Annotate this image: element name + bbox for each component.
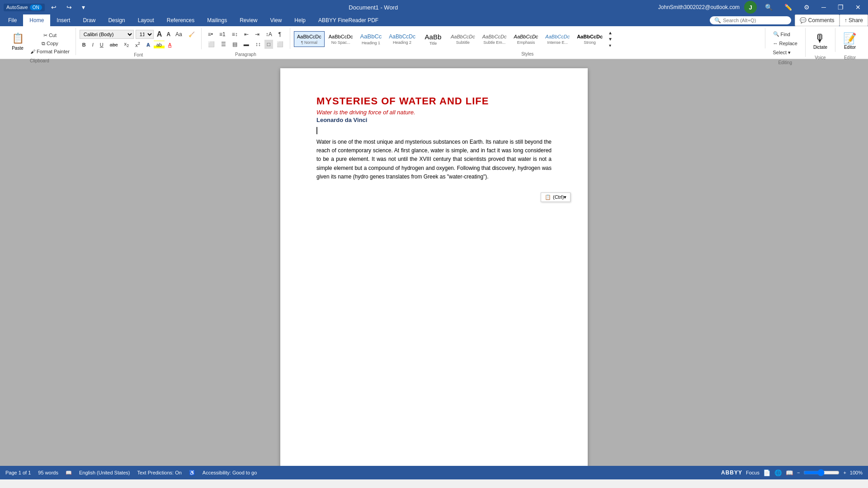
- paste-popup[interactable]: 📋 (Ctrl)▾: [541, 192, 571, 202]
- italic-button[interactable]: I: [90, 41, 96, 49]
- autosave-state: ON: [30, 5, 42, 10]
- read-view-button[interactable]: 📖: [786, 469, 793, 476]
- highlight-button[interactable]: ab: [154, 41, 165, 49]
- shading-button[interactable]: □: [264, 40, 273, 49]
- customize-qat-button[interactable]: ▾: [78, 3, 89, 12]
- undo-button[interactable]: ↩: [47, 3, 60, 12]
- sort-button[interactable]: ↕A: [263, 30, 275, 39]
- underline-button[interactable]: U: [97, 41, 106, 49]
- search-input[interactable]: [723, 18, 786, 23]
- bold-button[interactable]: B: [80, 41, 89, 49]
- align-left-button[interactable]: ⬜: [205, 40, 217, 49]
- focus-button[interactable]: Focus: [746, 470, 760, 475]
- style-nospace-label: No Spac...: [331, 40, 350, 45]
- editor-button[interactable]: 📝 Editor: [839, 30, 861, 52]
- web-layout-button[interactable]: 🌐: [774, 469, 782, 476]
- font-grow-button[interactable]: A: [156, 30, 164, 39]
- tab-draw[interactable]: Draw: [76, 14, 102, 26]
- font-controls: Calibri (Body) 11 A A Aa 🧹 B I U abc x2: [80, 30, 198, 49]
- cut-button[interactable]: ✂ Cut: [28, 32, 72, 39]
- justify-button[interactable]: ▬: [241, 40, 252, 49]
- text-cursor: [316, 127, 317, 134]
- numbering-button[interactable]: ≡1: [217, 30, 228, 39]
- styles-group-label: Styles: [290, 52, 765, 56]
- language: English (United States): [79, 470, 130, 476]
- style-emphasis-label: Emphasis: [517, 40, 535, 45]
- style-subtle-em[interactable]: AaBbCcDc Subtle Em...: [479, 31, 510, 47]
- style-heading2[interactable]: AaBbCcDc Heading 2: [386, 31, 419, 47]
- tab-review[interactable]: Review: [233, 14, 264, 26]
- document-page[interactable]: MYSTERIES OF WATER AND LIFE Water is the…: [280, 68, 588, 466]
- document-body[interactable]: Water is one of the most unique and myst…: [316, 138, 552, 181]
- autosave-toggle[interactable]: AutoSave ON: [4, 4, 45, 11]
- word-count: 95 words: [38, 470, 58, 476]
- user-avatar[interactable]: J: [744, 1, 757, 14]
- multilevel-button[interactable]: ≡↕: [229, 30, 241, 39]
- close-button[interactable]: ✕: [852, 3, 864, 12]
- style-normal[interactable]: AaBbCcDc ¶ Normal: [294, 31, 325, 47]
- strikethrough-button[interactable]: abc: [107, 41, 121, 49]
- style-emphasis[interactable]: AaBbCcDc Emphasis: [511, 31, 542, 47]
- find-button[interactable]: 🔍 Find: [769, 30, 802, 38]
- tab-home[interactable]: Home: [23, 14, 50, 26]
- tab-help[interactable]: Help: [288, 14, 312, 26]
- style-intense-em[interactable]: AaBbCcDc Intense E...: [542, 31, 573, 47]
- format-painter-button[interactable]: 🖌 Format Painter: [28, 48, 72, 55]
- decrease-indent-button[interactable]: ⇤: [241, 30, 251, 39]
- tab-design[interactable]: Design: [102, 14, 131, 26]
- zoom-level: 100%: [850, 470, 863, 475]
- increase-indent-button[interactable]: ⇥: [252, 30, 262, 39]
- tab-insert[interactable]: Insert: [50, 14, 76, 26]
- change-case-button[interactable]: Aa: [174, 30, 184, 38]
- tab-abbyy[interactable]: ABBYY FineReader PDF: [312, 14, 385, 26]
- style-title[interactable]: AaBb Title: [420, 30, 447, 48]
- tab-view[interactable]: View: [264, 14, 288, 26]
- font-color-button[interactable]: A: [165, 41, 174, 49]
- font-size-select[interactable]: 11: [136, 30, 154, 39]
- comments-button[interactable]: 💬 Comments: [795, 14, 839, 26]
- style-strong[interactable]: AaBbCcDc Strong: [574, 31, 606, 47]
- replace-button[interactable]: ↔ Replace: [769, 39, 802, 47]
- styles-scroll-down[interactable]: ▼: [608, 36, 613, 42]
- print-layout-button[interactable]: 📄: [763, 469, 771, 476]
- style-heading1[interactable]: AaBbCc Heading 1: [357, 31, 385, 47]
- font-group-label: Font: [76, 52, 201, 57]
- share-button[interactable]: ↑ Share: [840, 14, 868, 26]
- copy-button[interactable]: ⧉ Copy: [28, 40, 72, 47]
- font-name-select[interactable]: Calibri (Body): [80, 30, 134, 39]
- show-marks-button[interactable]: ¶: [276, 30, 284, 39]
- tab-references[interactable]: References: [160, 14, 201, 26]
- style-subtitle[interactable]: AaBbCcDc Subtitle: [448, 31, 478, 47]
- redo-button[interactable]: ↪: [63, 3, 75, 12]
- restore-button[interactable]: ❐: [834, 3, 847, 12]
- search-titlebar-button[interactable]: 🔍: [761, 3, 776, 12]
- align-right-button[interactable]: ▤: [230, 40, 240, 49]
- tab-file[interactable]: File: [2, 14, 23, 26]
- abbyy-logo: ABBYY: [721, 469, 742, 476]
- borders-button[interactable]: ⬜: [274, 40, 286, 49]
- text-effects-button[interactable]: A: [144, 41, 153, 49]
- line-spacing-button[interactable]: ↕↕: [253, 40, 264, 49]
- tab-layout[interactable]: Layout: [132, 14, 160, 26]
- subscript-button[interactable]: x2: [122, 40, 132, 49]
- pen-button[interactable]: ✏️: [781, 3, 796, 12]
- status-bar: Page 1 of 1 95 words 📖 English (United S…: [0, 466, 868, 479]
- editor-icon: 📝: [843, 32, 857, 45]
- styles-scroll-up[interactable]: ▲: [608, 30, 613, 36]
- bullets-button[interactable]: ≡•: [205, 30, 216, 39]
- font-shrink-button[interactable]: A: [165, 31, 172, 38]
- dictate-button[interactable]: 🎙 Dictate: [809, 30, 831, 52]
- paste-button[interactable]: 📋 Paste: [7, 30, 28, 52]
- tab-mailings[interactable]: Mailings: [201, 14, 233, 26]
- settings-button[interactable]: ⚙: [800, 3, 813, 12]
- minimize-button[interactable]: ─: [818, 3, 830, 12]
- clear-format-button[interactable]: 🧹: [186, 30, 198, 39]
- zoom-slider[interactable]: [803, 469, 840, 476]
- dictate-label: Dictate: [813, 45, 827, 50]
- center-button[interactable]: ☰: [218, 40, 229, 49]
- superscript-button[interactable]: x2: [132, 40, 143, 49]
- ribbon-tabs: File Home Insert Draw Design Layout Refe…: [0, 14, 868, 26]
- styles-expand[interactable]: ▾: [608, 42, 613, 48]
- style-nospace[interactable]: AaBbCcDc No Spac...: [326, 31, 356, 47]
- select-button[interactable]: Select ▾: [769, 48, 802, 57]
